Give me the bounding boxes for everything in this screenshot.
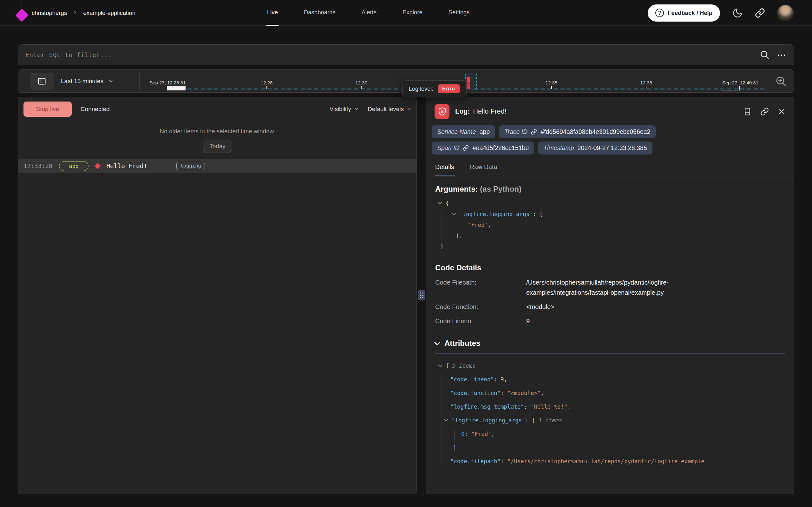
today-button[interactable]: Today <box>203 139 232 153</box>
sidebar-toggle-button[interactable] <box>30 73 54 90</box>
collapse-chevron-icon[interactable] <box>438 363 442 367</box>
detail-title-message: Hello Fred! <box>473 108 507 115</box>
collapse-chevron-icon[interactable] <box>452 211 456 215</box>
arguments-heading-sub: (as Python) <box>480 185 521 193</box>
code-line: 'logfire.logging_args': ( <box>435 209 785 220</box>
badge-timestamp[interactable]: Timestamp2024-09-27 12:33:28.385 <box>538 142 652 155</box>
tick-label: Sep 27, 12:25:31 <box>149 80 186 86</box>
code-line: 0: "Fred", <box>435 428 785 441</box>
empty-message: No older items in the selected time wind… <box>18 128 417 135</box>
code-line: "logfire.logging_args": [ 1 items <box>435 414 785 428</box>
tick-mark-icon <box>722 86 740 91</box>
log-level-tooltip: Log level: Error <box>402 80 466 97</box>
log-message: Hello Fred! <box>106 162 147 170</box>
empty-state: No older items in the selected time wind… <box>18 121 417 153</box>
log-detail-panel: Log:Hello Fred! Service NameappTrace ID#… <box>426 97 794 494</box>
code-line-text: { 5 items <box>446 359 476 373</box>
default-levels-dropdown[interactable]: Default levels <box>368 106 412 113</box>
nav-tab-settings[interactable]: Settings <box>447 0 471 26</box>
connection-status: Connected <box>80 106 110 113</box>
badge-label: Span ID <box>437 145 459 152</box>
badge-row: Service NameappTrace ID#fdd5694a8fa98eb4… <box>432 125 785 138</box>
nav-tab-alerts[interactable]: Alerts <box>360 0 378 26</box>
tab-details[interactable]: Details <box>435 162 455 176</box>
navbar-actions: ? Feedback / Help <box>648 0 794 26</box>
chevron-down-icon <box>354 107 359 111</box>
detail-body: Arguments: (as Python) {'logfire.logging… <box>426 176 794 468</box>
code-detail-label: Code Filepath: <box>435 277 526 298</box>
log-list: 12:33:28appHello Fred!logging <box>18 159 417 173</box>
code-detail-row: Code Function:<module> <box>435 302 785 312</box>
live-panel-header: Stop live Connected Visibility Default l… <box>18 97 417 121</box>
badge-span-id[interactable]: Span ID#ea4d5f226ec151be <box>432 142 534 155</box>
code-line-text: ), <box>456 230 462 241</box>
code-line-text: 0: "Fred", <box>461 428 495 441</box>
metadata-badges: Service NameappTrace ID#fdd5694a8fa98eb4… <box>426 119 794 155</box>
tick-label: Sep 27, 12:40:31 <box>722 80 758 86</box>
attributes-divider <box>435 353 785 354</box>
zoom-in-icon[interactable] <box>775 75 787 87</box>
logo-pin-line <box>21 0 22 8</box>
code-line-text: "logfire.msg_template": "Hello %s!", <box>450 400 571 414</box>
reader-view-icon[interactable] <box>743 107 752 116</box>
tick-mark-icon <box>167 86 186 91</box>
breadcrumb-project[interactable]: example-application <box>83 9 135 16</box>
badge-service-name[interactable]: Service Nameapp <box>432 125 495 138</box>
tick-mark-icon <box>646 86 646 89</box>
copy-link-icon[interactable] <box>760 107 769 116</box>
tick-label: 12:28 <box>261 80 273 86</box>
code-line: ), <box>435 230 785 241</box>
stop-live-button[interactable]: Stop live <box>23 102 72 117</box>
chevron-down-icon <box>108 78 114 84</box>
search-icon[interactable] <box>760 50 769 60</box>
panel-resize-handle[interactable] <box>418 290 425 300</box>
detail-title: Log:Hello Fred! <box>455 108 738 115</box>
detail-header-icons <box>743 107 785 116</box>
attributes-toggle[interactable]: Attributes <box>435 339 785 348</box>
navbar: christophergs › example-application Live… <box>0 0 812 26</box>
arguments-heading: Arguments: (as Python) <box>435 185 785 193</box>
code-line-text: { <box>446 198 449 209</box>
tick-mark-icon <box>361 86 362 89</box>
nav-tab-explore[interactable]: Explore <box>401 0 424 26</box>
theme-moon-icon[interactable] <box>732 8 743 18</box>
attributes-json-block: { 5 items"code.lineno": 9,"code.function… <box>435 359 785 468</box>
code-detail-label: Code Function: <box>435 302 526 312</box>
log-row[interactable]: 12:33:28appHello Fred!logging <box>18 159 417 173</box>
breadcrumb-org[interactable]: christophergs <box>32 9 67 16</box>
collapse-chevron-icon[interactable] <box>444 417 448 421</box>
time-range-label: Last 15 minutes <box>61 78 104 85</box>
sql-filter-input[interactable]: Enter SQL to filter... <box>25 51 752 58</box>
code-line-text: "logfire.logging_args": [ 1 items <box>452 414 562 428</box>
code-line: "logfire.msg_template": "Hello %s!", <box>435 400 785 414</box>
scope-tag: logging <box>176 162 204 170</box>
link-icon <box>531 129 537 135</box>
error-shield-icon <box>435 104 449 119</box>
more-options-icon[interactable]: ••• <box>778 52 787 58</box>
logo-diamond <box>15 9 28 22</box>
code-line: { <box>435 198 785 209</box>
collapse-chevron-icon[interactable] <box>438 201 442 205</box>
code-line: } <box>435 241 785 252</box>
close-icon[interactable] <box>777 108 785 115</box>
logfire-logo-icon[interactable] <box>16 0 28 26</box>
code-line-text: "code.function": "<module>", <box>450 386 544 400</box>
share-link-icon[interactable] <box>755 8 765 18</box>
tab-raw-data[interactable]: Raw Data <box>470 162 498 176</box>
user-avatar[interactable] <box>777 5 794 21</box>
timeline-error-bar[interactable] <box>466 77 470 89</box>
code-details-heading: Code Details <box>435 263 785 272</box>
visibility-dropdown[interactable]: Visibility <box>329 106 359 113</box>
code-detail-value: <module> <box>526 302 554 312</box>
badge-trace-id[interactable]: Trace ID#fdd5694a8fa98eb4e301d99ebc056ea… <box>499 125 655 138</box>
grip-dots-icon <box>420 292 423 298</box>
nav-tab-dashboards[interactable]: Dashboards <box>303 0 337 26</box>
nav-tab-live[interactable]: Live <box>266 0 279 26</box>
time-range-select[interactable]: Last 15 minutes <box>61 69 114 93</box>
code-line-text: ] <box>453 441 456 455</box>
feedback-help-button[interactable]: ? Feedback / Help <box>648 4 720 21</box>
default-levels-label: Default levels <box>368 106 404 113</box>
chevron-down-icon <box>434 339 440 345</box>
detail-tabs: DetailsRaw Data <box>426 162 794 176</box>
code-line: ] <box>435 441 785 455</box>
